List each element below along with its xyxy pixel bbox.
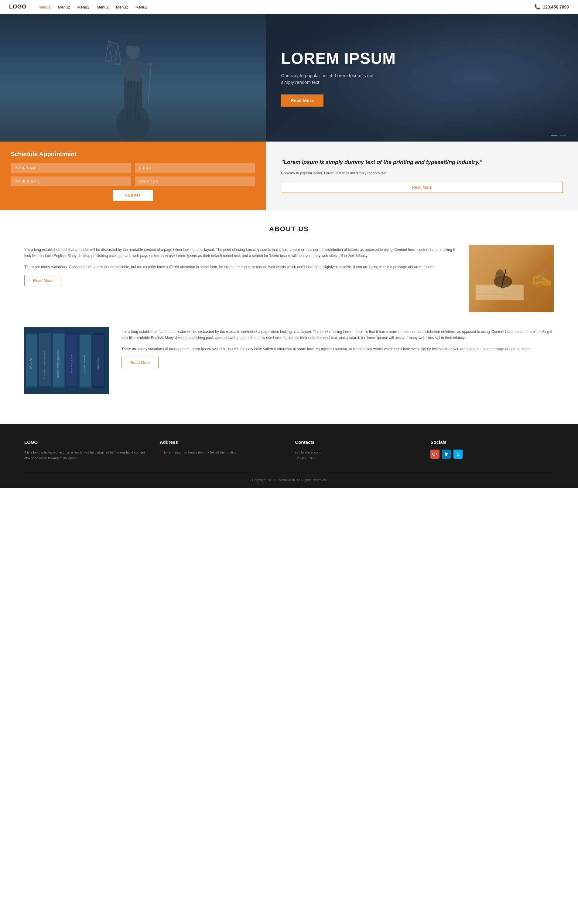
- footer-socials-title: Socials: [430, 440, 554, 445]
- svg-point-4: [125, 39, 141, 47]
- appointment-title: Schedule Appointment: [11, 151, 255, 158]
- footer-description: It is a long established fact that a rea…: [24, 450, 148, 461]
- footer-email[interactable]: info@lawyer.com: [295, 450, 419, 455]
- footer-logo-col: LOGO It is a long established fact that …: [24, 440, 148, 461]
- svg-text:GAR BAR: GAR BAR: [29, 358, 32, 369]
- skype-icon[interactable]: S: [453, 450, 463, 459]
- nav-menu-item-5[interactable]: Menu2: [116, 5, 128, 10]
- hero-section: LOREM IPSUM Contrary to popular belief, …: [0, 14, 578, 141]
- about-block-2-read-more[interactable]: Read More: [122, 357, 159, 368]
- footer-address-divider: [160, 450, 161, 455]
- svg-rect-23: [476, 294, 506, 294]
- hero-image: [0, 14, 266, 141]
- about-block-1-text: It is a long established fact that a rea…: [24, 245, 456, 286]
- books-image: GAR BAR MICHIGAN STATE BAR JOURNAL MICHI…: [24, 327, 109, 394]
- about-title: ABOUT US: [24, 225, 554, 233]
- svg-text:MICHIGAN STATE BAR JOURNAL: MICHIGAN STATE BAR JOURNAL: [57, 349, 59, 378]
- svg-line-7: [106, 41, 109, 60]
- hero-cta-button[interactable]: Read More: [281, 94, 323, 107]
- about-block-1-read-more[interactable]: Read More: [24, 275, 61, 286]
- books-svg: GAR BAR MICHIGAN STATE BAR JOURNAL MICHI…: [24, 327, 109, 394]
- google-plus-icon[interactable]: G+: [430, 450, 440, 459]
- nav-phone: 📞 123.456.7890: [534, 4, 569, 10]
- footer-address-title: Address: [160, 440, 283, 445]
- about-block-1-image: [469, 245, 554, 312]
- nav-menu-item-4[interactable]: Menu2: [97, 5, 109, 10]
- about-block-2-para-1: It is a long established fact that a rea…: [122, 329, 554, 341]
- svg-text:MICHIGAN STATE BAR: MICHIGAN STATE BAR: [70, 354, 72, 373]
- about-block-2-text: It is a long established fact that a rea…: [122, 327, 554, 368]
- about-block-2-para-2: There are many variations of passages of…: [122, 346, 554, 352]
- hero-subtitle: Contrary to popular belief, Lorem Ipsum …: [281, 72, 384, 86]
- hero-title: LOREM IPSUM: [281, 49, 563, 67]
- hero-dot-1[interactable]: [550, 135, 557, 135]
- appointment-form: SUBMIT: [11, 163, 255, 201]
- hero-text-block: LOREM IPSUM Contrary to popular belief, …: [281, 49, 563, 107]
- quote-section: "Lorem Ipsum is simply dummy text of the…: [266, 141, 578, 210]
- footer-address-block: Lorem Ipsum is simply dummy text of the …: [160, 450, 283, 455]
- quote-description: Contrary to popular belief, Lorem Ipsum …: [281, 171, 563, 176]
- nav-phone-number: 123.456.7890: [543, 5, 569, 10]
- svg-point-13: [113, 63, 122, 65]
- about-block-1-para-2: There are many variations of passages of…: [24, 264, 456, 270]
- signing-image: [469, 245, 554, 312]
- name-input[interactable]: [11, 163, 131, 173]
- phone-input[interactable]: [135, 163, 255, 173]
- linkedin-icon[interactable]: in: [442, 450, 451, 459]
- mid-section: Schedule Appointment SUBMIT "Lorem Ipsum…: [0, 141, 578, 210]
- svg-point-12: [104, 60, 113, 62]
- nav-menu-item-1[interactable]: Menu1: [39, 5, 51, 10]
- svg-text:MICHIGAN STATE BAR JOURNAL: MICHIGAN STATE BAR JOURNAL: [44, 351, 45, 379]
- footer-phone[interactable]: 123.456.7890: [295, 455, 419, 461]
- footer: LOGO It is a long established fact that …: [0, 424, 578, 488]
- about-block-1: It is a long established fact that a rea…: [24, 245, 554, 312]
- hero-content-area: LOREM IPSUM Contrary to popular belief, …: [266, 14, 578, 141]
- signing-svg: [469, 248, 530, 309]
- about-section: ABOUT US It is a long established fact t…: [0, 210, 578, 424]
- svg-rect-2: [125, 57, 141, 81]
- form-row-1: [11, 163, 255, 173]
- svg-rect-22: [476, 291, 518, 291]
- quote-text: "Lorem Ipsum is simply dummy text of the…: [281, 159, 563, 166]
- footer-socials-col: Socials G+ in S: [430, 440, 554, 461]
- footer-content: LOGO It is a long established fact that …: [24, 440, 554, 461]
- hero-dot-2[interactable]: [560, 135, 566, 135]
- form-row-2: [11, 177, 255, 186]
- nav-menu: Menu1 Menu2 Menu2 Menu2 Menu2 Menu2: [39, 4, 534, 10]
- hero-slider-dots: [550, 135, 566, 135]
- lady-justice-icon: [103, 17, 163, 138]
- svg-point-15: [147, 63, 152, 65]
- about-block-1-para-1: It is a long established fact that a rea…: [24, 247, 456, 259]
- location-input[interactable]: [135, 177, 255, 186]
- footer-contacts-title: Contacts: [295, 440, 419, 445]
- svg-rect-1: [124, 78, 142, 127]
- appointment-section: Schedule Appointment SUBMIT: [0, 141, 266, 210]
- svg-line-14: [148, 63, 151, 102]
- footer-logo: LOGO: [24, 440, 148, 445]
- social-icons-group: G+ in S: [430, 450, 554, 459]
- email-input[interactable]: [11, 177, 131, 186]
- about-block-2: It is a long established fact that a rea…: [24, 327, 554, 394]
- svg-text:STATE BAR JOURNAL: STATE BAR JOURNAL: [84, 354, 86, 373]
- footer-address-text: Lorem Ipsum is simply dummy text of the …: [164, 450, 237, 455]
- nav-menu-item-3[interactable]: Menu2: [78, 5, 89, 10]
- submit-button[interactable]: SUBMIT: [113, 190, 153, 201]
- nav-menu-item-2[interactable]: Menu2: [58, 5, 70, 10]
- footer-contacts-col: Contacts info@lawyer.com 123.456.7890: [295, 440, 419, 461]
- svg-text:BAR JOURNAL: BAR JOURNAL: [97, 357, 99, 370]
- phone-icon: 📞: [534, 4, 540, 10]
- footer-address-col: Address Lorem Ipsum is simply dummy text…: [160, 440, 283, 461]
- quote-read-more-button[interactable]: Read More: [281, 182, 563, 193]
- svg-rect-21: [476, 287, 512, 288]
- about-block-2-image: GAR BAR MICHIGAN STATE BAR JOURNAL MICHI…: [24, 327, 109, 394]
- nav-menu-item-6[interactable]: Menu2: [135, 5, 148, 10]
- footer-copyright: Copyright 2019, Loremipsum. All Rights R…: [24, 473, 554, 482]
- hero-statue-bg: [0, 14, 266, 141]
- copyright-text: Copyright 2019, Loremipsum. All Rights R…: [252, 478, 326, 482]
- navbar: LOGO Menu1 Menu2 Menu2 Menu2 Menu2 Menu2…: [0, 0, 578, 14]
- nav-logo: LOGO: [9, 4, 26, 10]
